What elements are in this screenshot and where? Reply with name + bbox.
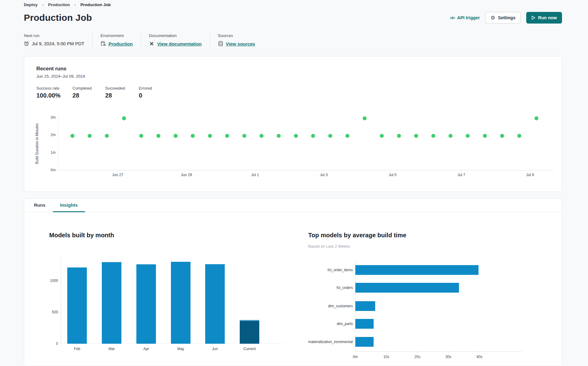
environment-database-icon xyxy=(101,41,106,46)
stat-label: Completed xyxy=(72,86,105,91)
svg-text:Apr: Apr xyxy=(143,347,149,351)
stat-label: Errored xyxy=(139,86,152,91)
view-sources-link[interactable]: View sources xyxy=(226,41,255,46)
run-now-label: Run now xyxy=(538,15,557,20)
breadcrumb-production[interactable]: Production xyxy=(48,2,70,7)
svg-text:Mar: Mar xyxy=(109,347,115,351)
svg-text:materialization_incremental: materialization_incremental xyxy=(308,340,353,344)
models-built-title: Models built by month xyxy=(49,232,114,239)
alarm-clock-icon xyxy=(24,41,29,46)
svg-text:Jul 9: Jul 9 xyxy=(526,173,534,177)
page-title: Production Job xyxy=(24,13,92,23)
runs-insights-card: Runs Insights Models built by month 0500… xyxy=(24,198,562,365)
stat-value: 28 xyxy=(105,92,139,99)
svg-text:May: May xyxy=(177,347,184,351)
dbt-logo-icon xyxy=(149,41,154,46)
tab-insights[interactable]: Insights xyxy=(53,199,85,212)
documentation-section: Documentation View documentation xyxy=(141,33,210,48)
svg-text:30s: 30s xyxy=(446,355,451,359)
top-models-subtitle: Based on Last 2 Weeks xyxy=(308,244,350,249)
svg-text:10s: 10s xyxy=(383,355,389,359)
recent-runs-title: Recent runs xyxy=(36,66,549,72)
sources-section: Sources View sources xyxy=(210,33,263,48)
job-info-row: Next run Jul 9, 2024, 5:00 PM PDT Enviro… xyxy=(24,33,562,48)
run-now-button[interactable]: Run now xyxy=(526,12,562,24)
svg-text:0m: 0m xyxy=(50,168,56,172)
recent-runs-card: Recent runs Jun 25, 2024–Jul 09, 2024 Su… xyxy=(24,56,562,192)
svg-text:dim_parts: dim_parts xyxy=(337,322,353,326)
breadcrumb-current: Production Job xyxy=(80,2,111,7)
svg-text:Feb: Feb xyxy=(74,347,80,351)
breadcrumb-deploy[interactable]: Deploy xyxy=(24,2,38,7)
build-duration-chart: 0m1m2m3mBuild Duration in MinutesJun 27J… xyxy=(24,112,556,186)
chevron-right-icon: › xyxy=(75,2,76,7)
gear-icon: ⚙ xyxy=(490,15,495,20)
stat-errored: Errored 0 xyxy=(139,86,152,99)
stat-label: Succeeded xyxy=(105,86,139,91)
tab-runs[interactable]: Runs xyxy=(27,199,53,212)
environment-link[interactable]: Production xyxy=(109,41,133,46)
next-run-value: Jul 9, 2024, 5:00 PM PDT xyxy=(24,41,84,46)
top-models-title: Top models by average build time xyxy=(308,232,406,239)
settings-button[interactable]: ⚙ Settings xyxy=(485,12,520,24)
code-icon: </> xyxy=(450,16,455,20)
stat-label: Success rate xyxy=(36,86,72,91)
api-trigger-label: API trigger xyxy=(457,15,480,20)
svg-text:3m: 3m xyxy=(50,115,56,120)
view-documentation-link[interactable]: View documentation xyxy=(157,41,202,46)
svg-text:dim_customers: dim_customers xyxy=(328,304,353,308)
svg-text:Jul 5: Jul 5 xyxy=(389,173,397,177)
chevron-right-icon: › xyxy=(42,2,43,7)
svg-text:2m: 2m xyxy=(50,133,56,137)
svg-text:fct_order_items: fct_order_items xyxy=(327,268,353,272)
stat-value: 0 xyxy=(139,92,152,99)
models-built-chart: 05001000FebMarAprMayJunCurrent xyxy=(49,252,294,354)
svg-text:Jul 3: Jul 3 xyxy=(320,173,328,177)
api-trigger-link[interactable]: </> API trigger xyxy=(450,15,480,20)
svg-text:1000: 1000 xyxy=(50,279,58,283)
next-run-label: Next run xyxy=(24,33,84,38)
svg-text:Jun 27: Jun 27 xyxy=(112,173,123,177)
svg-text:0: 0 xyxy=(56,342,58,346)
header-actions: </> API trigger ⚙ Settings Run now xyxy=(450,12,562,24)
svg-text:500: 500 xyxy=(52,310,58,314)
stat-value: 28 xyxy=(72,92,105,99)
stat-succeeded: Succeeded 28 xyxy=(105,86,139,99)
svg-text:1m: 1m xyxy=(50,150,56,155)
recent-runs-date-range: Jun 25, 2024–Jul 09, 2024 xyxy=(36,74,549,79)
svg-text:40s: 40s xyxy=(476,355,482,359)
recent-runs-stats: Success rate 100.00% Completed 28 Succee… xyxy=(36,86,549,99)
environment-label: Environment xyxy=(101,33,133,38)
svg-text:0m: 0m xyxy=(353,355,358,359)
breadcrumb: Deploy › Production › Production Job xyxy=(24,2,562,7)
stat-success-rate: Success rate 100.00% xyxy=(36,86,72,99)
settings-label: Settings xyxy=(498,15,516,20)
svg-text:Jun 29: Jun 29 xyxy=(181,173,192,177)
svg-text:Current: Current xyxy=(243,347,256,351)
svg-text:20s: 20s xyxy=(414,355,420,359)
svg-text:Build Duration in Minutes: Build Duration in Minutes xyxy=(35,123,39,164)
documentation-label: Documentation xyxy=(149,33,202,38)
svg-text:fct_orders: fct_orders xyxy=(337,286,353,290)
play-icon xyxy=(531,16,535,20)
stat-completed: Completed 28 xyxy=(72,86,105,99)
svg-text:Jul 7: Jul 7 xyxy=(457,173,465,177)
top-models-chart: 0m10s20s30s40sfct_order_itemsfct_ordersd… xyxy=(308,258,528,360)
environment-section: Environment Production xyxy=(93,33,141,48)
svg-text:Jun: Jun xyxy=(212,347,218,351)
sources-label: Sources xyxy=(218,33,255,38)
next-run-section: Next run Jul 9, 2024, 5:00 PM PDT xyxy=(24,33,93,48)
svg-text:Jul 1: Jul 1 xyxy=(251,173,259,177)
page-content: Deploy › Production › Production Job Pro… xyxy=(24,0,562,365)
database-icon xyxy=(218,41,223,46)
page-header: Production Job </> API trigger ⚙ Setting… xyxy=(24,12,562,24)
tab-bar: Runs Insights xyxy=(24,199,562,212)
insights-panel: Models built by month 05001000FebMarAprM… xyxy=(24,212,562,365)
stat-value: 100.00% xyxy=(36,92,72,99)
next-run-datetime: Jul 9, 2024, 5:00 PM PDT xyxy=(32,41,84,46)
